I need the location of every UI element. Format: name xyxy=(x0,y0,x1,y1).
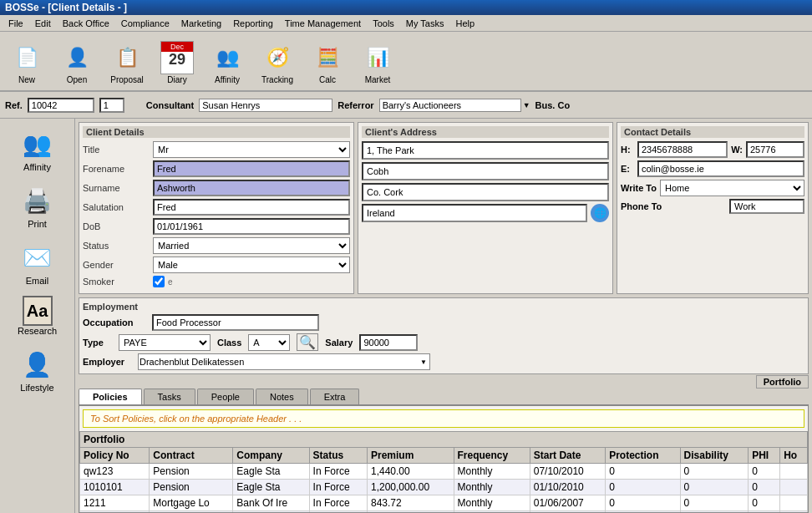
right-area: Client Details Title Mr Forename Surname xyxy=(75,119,812,513)
phone-w-input[interactable] xyxy=(746,141,804,158)
col-frequency[interactable]: Frequency xyxy=(454,448,530,464)
table-row[interactable]: 1211Mortgage LoBank Of IreIn Force843.72… xyxy=(80,495,808,511)
tab-policies[interactable]: Policies xyxy=(79,389,142,404)
salutation-input[interactable] xyxy=(153,199,350,216)
salutation-row: Salutation xyxy=(83,199,350,216)
col-premium[interactable]: Premium xyxy=(367,448,454,464)
calc-button[interactable]: 🧮 Calc xyxy=(304,38,351,88)
title-select[interactable]: Mr xyxy=(153,141,350,158)
phone-to-row: Phone To Work xyxy=(621,199,804,214)
menu-bar: File Edit Back Office Compliance Marketi… xyxy=(0,15,812,32)
occupation-input[interactable] xyxy=(152,314,319,331)
status-select[interactable]: Married xyxy=(153,237,350,254)
type-label: Type xyxy=(83,338,112,348)
col-disability[interactable]: Disability xyxy=(680,448,749,464)
menu-file[interactable]: File xyxy=(3,18,28,29)
menu-edit[interactable]: Edit xyxy=(30,18,56,29)
smoker-e-btn[interactable]: e xyxy=(168,277,173,287)
smoker-row: Smoker e xyxy=(83,276,350,287)
title-text: BOSSe - [Client Details - ] xyxy=(5,2,127,13)
proposal-button[interactable]: 📋 Proposal xyxy=(104,38,150,88)
new-button[interactable]: 📄 New xyxy=(3,38,50,88)
col-phi[interactable]: PHI xyxy=(749,448,780,464)
col-company[interactable]: Company xyxy=(233,448,309,464)
type-row: Type PAYE Class A 🔍 Salary xyxy=(83,333,804,351)
ref-value-input[interactable] xyxy=(28,98,94,113)
col-ho[interactable]: Ho xyxy=(780,448,808,464)
sidebar-item-print[interactable]: 🖨️ Print xyxy=(4,179,71,232)
consultant-select[interactable]: Susan Henrys xyxy=(199,99,332,112)
col-status[interactable]: Status xyxy=(309,448,367,464)
ref-bar: Ref. Consultant Susan Henrys Referror ▼ … xyxy=(0,92,812,119)
sidebar-item-affinity[interactable]: 👥 Affinity xyxy=(4,122,71,175)
address-line4-input[interactable] xyxy=(362,204,587,222)
print-sidebar-icon: 🖨️ xyxy=(19,182,56,219)
diary-label: Diary xyxy=(167,75,186,85)
gender-select[interactable]: Male xyxy=(153,256,350,273)
sidebar-item-lifestyle[interactable]: 👤 Lifestyle xyxy=(4,343,71,396)
forename-input[interactable] xyxy=(153,160,350,177)
menu-timemanagement[interactable]: Time Management xyxy=(280,18,366,29)
dob-input[interactable] xyxy=(153,218,350,235)
portfolio-label: Portfolio xyxy=(756,375,809,389)
type-select[interactable]: PAYE xyxy=(119,334,211,351)
table-row[interactable]: 1010101PensionEagle StaIn Force1,200,000… xyxy=(80,480,808,495)
tab-extra[interactable]: Extra xyxy=(310,389,360,404)
menu-mytasks[interactable]: My Tasks xyxy=(401,18,449,29)
menu-tools[interactable]: Tools xyxy=(368,18,399,29)
surname-input[interactable] xyxy=(153,180,350,196)
status-label: Status xyxy=(83,241,150,251)
bus-co-label: Bus. Co xyxy=(535,100,571,110)
tab-notes[interactable]: Notes xyxy=(256,389,308,404)
email-sidebar-icon: ✉️ xyxy=(19,239,56,276)
email-row: E: xyxy=(621,160,804,177)
table-row[interactable]: qw123PensionEagle StaIn Force1,440.00Mon… xyxy=(80,464,808,480)
diary-day: 29 xyxy=(169,52,185,67)
tab-people[interactable]: People xyxy=(197,389,254,404)
menu-help[interactable]: Help xyxy=(450,18,480,29)
forename-label: Forename xyxy=(83,164,150,174)
ref-num-input[interactable] xyxy=(99,98,124,113)
sort-hint: To Sort Policies, click on the appropria… xyxy=(83,409,804,428)
col-protection[interactable]: Protection xyxy=(606,448,680,464)
referror-label: Referror xyxy=(337,100,373,110)
class-lookup-icon[interactable]: 🔍 xyxy=(297,333,318,351)
email-input[interactable] xyxy=(637,160,804,177)
salary-input[interactable] xyxy=(359,334,418,351)
employer-select[interactable]: Drachenblut Delikatessen xyxy=(138,353,430,370)
address-line2-input[interactable] xyxy=(362,162,609,180)
class-select[interactable]: A xyxy=(248,334,290,351)
policy-table: Portfolio Policy No Contract Company Sta… xyxy=(79,431,808,513)
address-line1-input[interactable] xyxy=(362,141,609,160)
tracking-icon: 🧭 xyxy=(260,40,295,75)
affinity-button[interactable]: 👥 Affinity xyxy=(204,38,251,88)
referror-input[interactable] xyxy=(379,99,521,112)
menu-marketing[interactable]: Marketing xyxy=(176,18,226,29)
referror-dropdown[interactable]: ▼ xyxy=(523,101,530,109)
ref-label: Ref. xyxy=(5,100,23,110)
globe-icon[interactable]: 🌐 xyxy=(591,204,609,222)
affinity-sidebar-icon: 👥 xyxy=(19,125,56,162)
menu-reporting[interactable]: Reporting xyxy=(228,18,278,29)
w-label: W: xyxy=(731,145,743,155)
title-label: Title xyxy=(83,145,150,155)
affinity-label: Affinity xyxy=(215,75,240,85)
menu-backoffice[interactable]: Back Office xyxy=(58,18,114,29)
tracking-button[interactable]: 🧭 Tracking xyxy=(254,38,301,88)
smoker-checkbox[interactable] xyxy=(153,276,165,287)
address-line3-input[interactable] xyxy=(362,183,609,201)
market-button[interactable]: 📊 Market xyxy=(354,38,401,88)
employer-row: Employer Drachenblut Delikatessen ▼ xyxy=(83,353,804,370)
diary-button[interactable]: Dec 29 Diary xyxy=(154,38,200,88)
write-to-select[interactable]: Home xyxy=(660,180,804,196)
sidebar-item-email[interactable]: ✉️ Email xyxy=(4,236,71,289)
tab-tasks[interactable]: Tasks xyxy=(144,389,195,404)
menu-compliance[interactable]: Compliance xyxy=(116,18,175,29)
col-start-date[interactable]: Start Date xyxy=(530,448,605,464)
phone-h-input[interactable] xyxy=(637,141,728,158)
sidebar-item-research[interactable]: Aa Research xyxy=(4,292,71,339)
research-sidebar-icon: Aa xyxy=(23,296,53,326)
col-contract[interactable]: Contract xyxy=(150,448,233,464)
open-button[interactable]: 👤 Open xyxy=(53,38,100,88)
col-policy-no[interactable]: Policy No xyxy=(80,448,150,464)
